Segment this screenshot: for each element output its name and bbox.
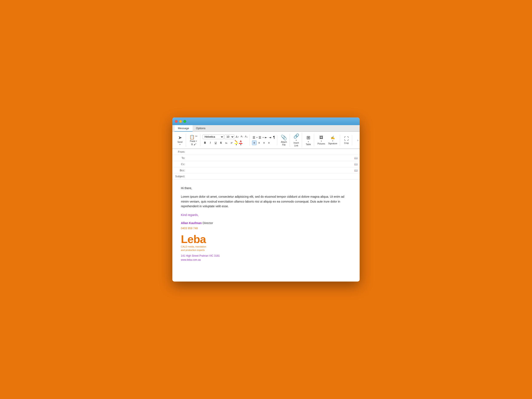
cc-label: Cc: [172,161,187,167]
italic-button[interactable]: I [208,140,213,145]
highlight-color-button[interactable]: ✏️ ▼ [234,140,238,146]
email-body[interactable]: Hi there, Lorem ipsum dolor sit amet, co… [172,179,360,282]
strikethrough-button[interactable]: S [219,140,223,145]
bold-button[interactable]: B [203,140,207,145]
sig-title: Director [202,221,213,225]
subject-input[interactable] [187,173,360,179]
maximize-button[interactable] [184,120,186,123]
indent-increase-button[interactable]: ⇥ [268,135,272,139]
company-website: www.leba.com.au [181,258,351,262]
underline-button[interactable]: U [213,140,218,145]
bcc-label: Bcc: [172,167,187,173]
crop-button[interactable]: ⛶ Crop [342,135,351,145]
attach-group: 📎 Attach File [278,134,290,147]
from-row: From: [172,149,360,155]
align-left-button[interactable]: ≡ [252,140,257,145]
company-name: Leba [181,234,351,245]
tab-message[interactable]: Message [175,125,193,132]
tab-options[interactable]: Options [193,125,209,132]
numbered-dropdown[interactable]: ▼ [262,137,264,139]
clipboard-icon: 📋 [189,134,195,139]
title-bar [172,117,360,125]
format-painter-icon[interactable]: 🖌 [194,143,196,146]
increase-font-button[interactable]: A↑ [235,135,240,139]
subject-label: Subject: [172,173,187,179]
from-input[interactable] [187,149,226,155]
email-window: Message Options ? ➤ Send ▼ 📋 ✂ Paste [172,117,360,282]
company-logo: Leba CALD media, translation and product… [181,234,351,252]
decrease-font-button[interactable]: A↓ [240,135,244,139]
from-label: From: [172,149,187,155]
to-input[interactable] [187,155,353,161]
insert-link-button[interactable]: 🔗 ▼ Insert Link [292,133,300,148]
close-button[interactable] [175,120,178,123]
font-color-button[interactable]: A ▼ [239,140,242,146]
paperclip-icon: 📎 [281,134,287,140]
cc-contacts-icon[interactable]: 📖 [353,161,359,167]
sig-phone: 0403 959 748 [181,226,351,231]
subject-row: Subject: [172,173,360,179]
crop-icon: ⛶ [344,136,349,141]
crop-group: ⛶ Crop [341,135,352,145]
company-tagline-line1: CALD media, translation [181,245,351,248]
paragraph-mark-button[interactable]: ¶ [272,135,276,140]
company-tagline-line2: and production experts [181,248,351,252]
table-group: ⊞ ▼ Table [303,134,314,146]
body-text: Lorem ipsum dolor sit amet, consectetur … [181,194,351,209]
send-icon: ➤ [178,135,182,140]
numbered-list-button[interactable]: ☰ [258,135,262,139]
ribbon-expand-button[interactable]: › [357,138,358,142]
clear-format-button[interactable]: Aₓ [244,135,248,139]
signature-block: Allan Kaufman Director 0403 959 748 Leba… [181,221,351,262]
justify-button[interactable]: ≡ [267,140,271,145]
paste-button[interactable]: 📋 ✂ Paste ▼ ⧉ 🖌 [188,134,199,146]
send-group: ➤ Send ▼ [174,134,186,147]
indent-decrease-button[interactable]: ⇤ [264,135,268,139]
attach-file-button[interactable]: 📎 Attach File [279,134,288,147]
company-address: 141 High Street Prahran VIC 3181 [181,254,351,258]
paste-label: Paste [190,140,196,142]
send-dropdown[interactable]: ▼ [179,144,181,146]
insert-link-group: 🔗 ▼ Insert Link [291,133,302,148]
ribbon-tabs: Message Options [172,125,360,132]
bcc-row: Bcc: 📖 [172,167,360,173]
closing: Kind regards, [181,213,351,217]
align-center-button[interactable]: ≡ [257,140,261,145]
traffic-lights [175,120,186,123]
pictures-icon: 🖼 [319,135,323,140]
paragraph-group: ☰ ▼ ☰ ▼ ⇤ ⇥ ¶ ≡ ≡ ≡ ≡ [251,135,277,145]
bcc-contacts-icon[interactable]: 📖 [353,167,359,173]
copy-icon[interactable]: ⧉ [191,143,193,146]
to-contacts-icon[interactable]: 📖 [353,155,359,161]
minimize-button[interactable] [179,120,182,123]
table-icon: ⊞ [306,135,310,140]
signature-icon: ✍ [331,136,335,139]
scissors-icon: ✂ [195,134,198,139]
link-icon: 🔗 [293,133,299,139]
send-button[interactable]: ➤ Send ▼ [175,134,184,147]
cc-input[interactable] [187,161,353,167]
bullet-list-button[interactable]: ☰ [252,135,256,139]
ribbon-toolbar: ➤ Send ▼ 📋 ✂ Paste ▼ ⧉ 🖌 [172,132,360,149]
email-header: From: To: 📖 Cc: 📖 Bcc: 📖 Subject: [172,149,360,179]
font-family-select[interactable]: Helvetica Arial Times New Roman [203,134,224,139]
pictures-group: 🖼 ▼ Pictures ✍ ▼ Signature [315,134,340,146]
cc-row: Cc: 📖 [172,161,360,167]
subscript-button[interactable]: x₂ [224,140,228,145]
greeting: Hi there, [181,186,351,190]
superscript-button[interactable]: x² [229,140,234,145]
to-label: To: [172,155,187,161]
bcc-input[interactable] [187,167,353,173]
table-button[interactable]: ⊞ ▼ Table [304,134,313,146]
send-label: Send [177,141,182,143]
signature-button[interactable]: ✍ ▼ Signature [327,135,339,146]
paste-group: 📋 ✂ Paste ▼ ⧉ 🖌 [187,134,200,146]
font-group: Helvetica Arial Times New Roman 10 11 12… [201,134,250,146]
bullet-dropdown[interactable]: ▼ [256,137,258,139]
pictures-button[interactable]: 🖼 ▼ Pictures [316,134,326,146]
font-size-select[interactable]: 10 11 12 14 [224,134,234,139]
align-group: ≡ ≡ ≡ ≡ [252,140,271,145]
to-row: To: 📖 [172,155,360,161]
sig-name: Allan Kaufman [181,221,202,225]
align-right-button[interactable]: ≡ [262,140,266,145]
